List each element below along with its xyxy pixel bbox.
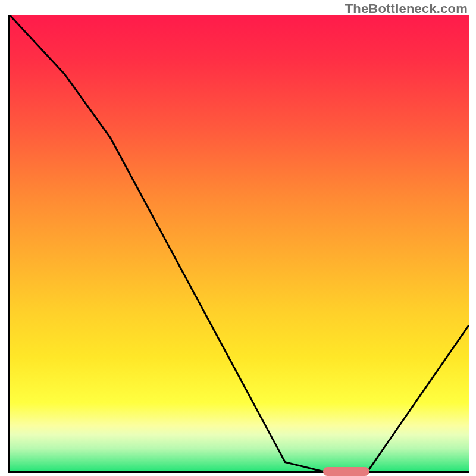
curve-line bbox=[10, 15, 469, 471]
chart-area bbox=[8, 15, 469, 473]
chart-svg bbox=[10, 15, 469, 471]
optimal-marker bbox=[323, 467, 369, 476]
